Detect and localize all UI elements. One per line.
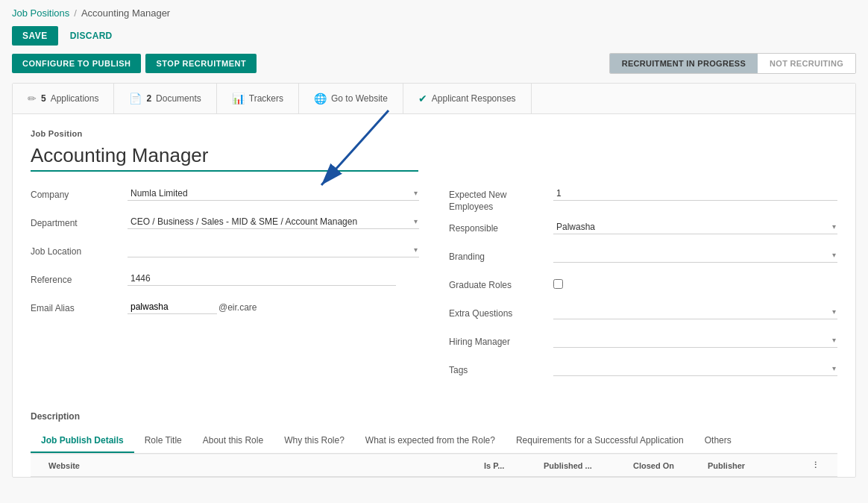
discard-button[interactable]: DISCARD bbox=[64, 26, 119, 46]
document-icon: 📄 bbox=[129, 93, 142, 104]
job-title-input[interactable] bbox=[31, 143, 418, 172]
sub-tab-role-title[interactable]: Role Title bbox=[134, 429, 192, 453]
top-buttons-left: CONFIGURE TO PUBLISH STOP RECRUITMENT bbox=[12, 54, 257, 73]
breadcrumb-current: Accounting Manager bbox=[81, 7, 170, 19]
tags-select[interactable] bbox=[553, 362, 837, 376]
breadcrumb-link[interactable]: Job Positions bbox=[12, 7, 69, 19]
branding-label: Branding bbox=[449, 249, 553, 262]
status-not-recruiting[interactable]: NOT RECRUITING bbox=[758, 54, 855, 73]
tab-applications-count: 5 bbox=[41, 93, 46, 104]
form-row-reference: Reference bbox=[31, 272, 419, 293]
branding-select-wrapper bbox=[553, 249, 837, 263]
form-row-extra-questions: Extra Questions bbox=[449, 305, 837, 326]
company-label: Company bbox=[31, 187, 128, 200]
company-select-wrapper: Numla Limited bbox=[128, 187, 419, 201]
form-grid: Company Numla Limited Department bbox=[31, 187, 837, 390]
description-sub-tabs: Job Publish Details Role Title About thi… bbox=[31, 429, 837, 454]
email-alias-local-input[interactable] bbox=[128, 300, 217, 314]
expected-new-employees-label: Expected NewEmployees bbox=[449, 187, 553, 213]
stop-recruitment-button[interactable]: STOP RECRUITMENT bbox=[145, 54, 257, 73]
hiring-manager-select-wrapper bbox=[553, 334, 837, 348]
tab-applications[interactable]: ✏ 5 Applications bbox=[13, 84, 114, 113]
globe-icon: 🌐 bbox=[314, 93, 327, 104]
sub-tab-others[interactable]: Others bbox=[694, 429, 742, 453]
col-published-on: Published ... bbox=[544, 461, 633, 470]
responsible-label: Responsible bbox=[449, 220, 553, 234]
col-is-published: Is P... bbox=[484, 461, 544, 470]
email-alias-field: @eir.care bbox=[128, 300, 257, 314]
tags-label: Tags bbox=[449, 362, 553, 375]
description-section: Description Job Publish Details Role Tit… bbox=[13, 402, 855, 477]
extra-questions-label: Extra Questions bbox=[449, 305, 553, 319]
top-buttons-bar: CONFIGURE TO PUBLISH STOP RECRUITMENT RE… bbox=[0, 53, 868, 83]
col-closed-on: Closed On bbox=[633, 461, 708, 470]
sub-tab-what-is-expected[interactable]: What is expected from the Role? bbox=[355, 429, 506, 453]
form-row-graduate-roles: Graduate Roles bbox=[449, 277, 837, 298]
form-row-company: Company Numla Limited bbox=[31, 187, 419, 207]
status-buttons-group: RECRUITMENT IN PROGRESS NOT RECRUITING bbox=[609, 53, 856, 74]
tab-documents-count: 2 bbox=[146, 93, 151, 104]
breadcrumb: Job Positions / Accounting Manager bbox=[0, 0, 868, 22]
job-position-label: Job Position bbox=[31, 129, 837, 138]
main-card: ✏ 5 Applications 📄 2 Documents 📊 Tracker… bbox=[12, 83, 856, 478]
configure-to-publish-button[interactable]: CONFIGURE TO PUBLISH bbox=[12, 54, 141, 73]
extra-questions-select-wrapper bbox=[553, 305, 837, 319]
tab-trackers[interactable]: 📊 Trackers bbox=[217, 84, 299, 113]
tags-select-wrapper bbox=[553, 362, 837, 376]
tab-applications-label: Applications bbox=[51, 93, 99, 104]
expected-new-employees-input[interactable] bbox=[553, 187, 837, 201]
tab-trackers-label: Trackers bbox=[249, 93, 283, 104]
job-location-label: Job Location bbox=[31, 243, 128, 257]
form-row-tags: Tags bbox=[449, 362, 837, 383]
hiring-manager-label: Hiring Manager bbox=[449, 334, 553, 347]
form-row-hiring-manager: Hiring Manager bbox=[449, 334, 837, 354]
tab-go-to-website-label: Go to Website bbox=[331, 93, 388, 104]
form-row-branding: Branding bbox=[449, 249, 837, 269]
form-area: Job Position Company Numla Limited bbox=[13, 114, 855, 402]
pencil-icon: ✏ bbox=[28, 93, 37, 104]
graduate-roles-label: Graduate Roles bbox=[449, 277, 553, 290]
tab-go-to-website[interactable]: 🌐 Go to Website bbox=[299, 84, 403, 113]
publish-details-table-header: Website Is P... Published ... Closed On … bbox=[31, 454, 837, 477]
tab-documents[interactable]: 📄 2 Documents bbox=[114, 84, 216, 113]
checkmark-icon: ✔ bbox=[418, 93, 427, 104]
form-row-expected-new-employees: Expected NewEmployees bbox=[449, 187, 837, 213]
status-recruitment-in-progress[interactable]: RECRUITMENT IN PROGRESS bbox=[610, 54, 758, 73]
bar-chart-icon: 📊 bbox=[232, 93, 245, 104]
company-select[interactable]: Numla Limited bbox=[128, 187, 419, 201]
table-menu-icon[interactable]: ⋮ bbox=[797, 460, 820, 470]
hiring-manager-select[interactable] bbox=[553, 334, 837, 348]
reference-input[interactable] bbox=[128, 272, 396, 286]
form-row-job-location: Job Location bbox=[31, 243, 419, 264]
graduate-roles-checkbox[interactable] bbox=[553, 279, 563, 289]
sub-tab-why-this-role[interactable]: Why this Role? bbox=[274, 429, 355, 453]
main-card-wrapper: ✏ 5 Applications 📄 2 Documents 📊 Tracker… bbox=[0, 83, 868, 478]
email-domain-text: @eir.care bbox=[218, 302, 257, 313]
breadcrumb-separator: / bbox=[74, 7, 77, 19]
form-content-wrapper: Job Position Company Numla Limited bbox=[31, 129, 837, 390]
col-publisher: Publisher bbox=[708, 461, 797, 470]
responsible-select-wrapper: Palwasha bbox=[553, 220, 837, 234]
tab-applicant-responses-label: Applicant Responses bbox=[432, 93, 516, 104]
responsible-select[interactable]: Palwasha bbox=[553, 220, 837, 234]
tab-documents-label: Documents bbox=[156, 93, 201, 104]
sub-tab-job-publish-details[interactable]: Job Publish Details bbox=[31, 429, 134, 453]
extra-questions-select[interactable] bbox=[553, 305, 837, 319]
description-label: Description bbox=[31, 411, 837, 422]
form-right: Expected NewEmployees Responsible Palwas… bbox=[449, 187, 837, 390]
form-row-department: Department CEO / Business / Sales - MID … bbox=[31, 215, 419, 236]
save-button[interactable]: SAVE bbox=[12, 26, 58, 46]
sub-tab-about-this-role[interactable]: About this Role bbox=[192, 429, 274, 453]
department-label: Department bbox=[31, 215, 128, 228]
tabs-row: ✏ 5 Applications 📄 2 Documents 📊 Tracker… bbox=[13, 84, 855, 114]
sub-tab-requirements[interactable]: Requirements for a Successful Applicatio… bbox=[506, 429, 694, 453]
reference-label: Reference bbox=[31, 272, 128, 285]
form-left: Company Numla Limited Department bbox=[31, 187, 419, 390]
action-bar: SAVE DISCARD bbox=[0, 22, 868, 53]
tab-applicant-responses[interactable]: ✔ Applicant Responses bbox=[403, 84, 532, 113]
department-select[interactable]: CEO / Business / Sales - MID & SME / Acc… bbox=[128, 215, 419, 229]
branding-select[interactable] bbox=[553, 249, 837, 263]
email-alias-label: Email Alias bbox=[31, 300, 128, 313]
form-row-email-alias: Email Alias @eir.care bbox=[31, 300, 419, 321]
job-location-select[interactable] bbox=[128, 243, 419, 257]
